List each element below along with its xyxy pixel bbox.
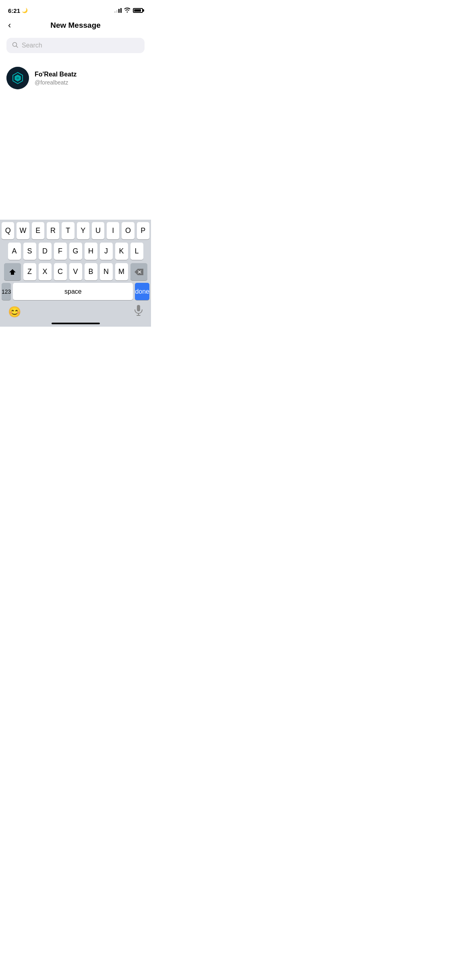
keyboard-row-1: Q W E R T Y U I O P [0,220,151,240]
key-b[interactable]: B [85,263,97,280]
key-w[interactable]: W [17,222,29,239]
key-z[interactable]: Z [23,263,36,280]
backspace-key[interactable] [130,263,147,280]
key-e[interactable]: E [32,222,44,239]
nav-header: ‹ New Message [0,18,151,35]
key-l[interactable]: L [130,243,143,260]
search-container: Search [0,35,151,60]
wifi-icon [124,8,130,14]
keyboard: Q W E R T Y U I O P A S D F G H J K L Z … [0,220,151,327]
key-d[interactable]: D [39,243,52,260]
done-key[interactable]: done [135,283,149,300]
home-indicator [52,323,100,324]
svg-line-1 [17,46,18,48]
key-f[interactable]: F [54,243,67,260]
user-info: Fo'Real Beatz @forealbeatz [35,71,77,86]
svg-marker-16 [9,269,16,275]
numbers-key[interactable]: 123 [2,283,11,300]
shift-key[interactable] [4,263,21,280]
user-name: Fo'Real Beatz [35,71,77,78]
key-n[interactable]: N [100,263,113,280]
key-p[interactable]: P [137,222,149,239]
key-g[interactable]: G [69,243,82,260]
svg-rect-19 [137,305,140,311]
user-list: Fo'Real Beatz @forealbeatz [0,60,151,97]
signal-icon [114,8,122,13]
keyboard-row-3: Z X C V B N M [0,261,151,281]
key-i[interactable]: I [107,222,119,239]
avatar [6,67,29,89]
key-v[interactable]: V [69,263,82,280]
key-y[interactable]: Y [77,222,89,239]
key-c[interactable]: C [54,263,67,280]
status-time: 6:21 🌙 [8,7,28,14]
key-q[interactable]: Q [2,222,14,239]
key-r[interactable]: R [47,222,59,239]
key-o[interactable]: O [122,222,134,239]
status-icons [114,8,143,14]
page-title: New Message [50,21,101,30]
moon-icon: 🌙 [22,8,28,13]
search-icon [12,42,19,49]
user-handle: @forealbeatz [35,79,77,86]
key-u[interactable]: U [92,222,104,239]
space-key[interactable]: space [13,283,133,300]
search-bar[interactable]: Search [6,38,145,53]
key-t[interactable]: T [62,222,74,239]
key-k[interactable]: K [115,243,128,260]
key-j[interactable]: J [100,243,113,260]
emoji-key[interactable]: 😊 [8,306,21,318]
keyboard-row-2: A S D F G H J K L [0,240,151,261]
mic-key[interactable] [134,305,143,319]
svg-marker-5 [16,76,19,80]
key-x[interactable]: X [39,263,52,280]
search-placeholder: Search [22,42,42,49]
status-bar: 6:21 🌙 [0,0,151,18]
key-a[interactable]: A [8,243,21,260]
keyboard-row-bottom: 123 space done [0,281,151,303]
battery-icon [133,8,143,13]
key-h[interactable]: H [85,243,97,260]
back-button[interactable]: ‹ [6,19,12,32]
key-s[interactable]: S [23,243,36,260]
key-m[interactable]: M [115,263,128,280]
user-item[interactable]: Fo'Real Beatz @forealbeatz [0,63,151,93]
